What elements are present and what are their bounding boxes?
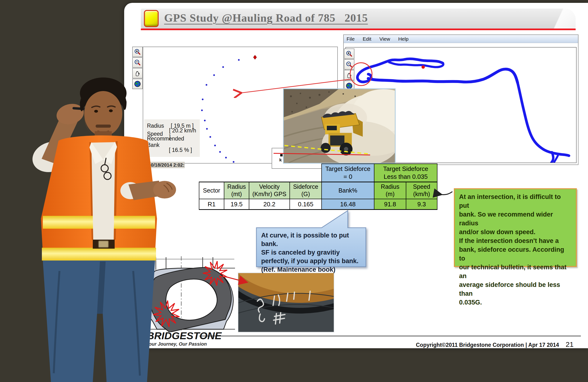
zoom-in-button[interactable] (344, 48, 355, 59)
red-position-dot (421, 65, 425, 69)
pan-hand-button[interactable] (344, 70, 355, 80)
zoom-out-icon (134, 59, 141, 66)
zoom-out-button[interactable] (344, 59, 355, 70)
curve-callout-text: At curve, it is possible to put bank. SF… (261, 231, 363, 274)
table-cell: 9.3 (406, 199, 437, 209)
table-column-header: Speed (km/h) (406, 182, 437, 199)
left-map-toolbar (132, 47, 143, 89)
menu-item-view[interactable]: View (379, 36, 390, 42)
menu-item-help[interactable]: Help (398, 36, 408, 42)
haul-truck-photo (283, 88, 396, 163)
table-top-header: Target Sideforce Less than 0.035 (374, 164, 437, 182)
pan-hand-button[interactable] (132, 68, 143, 79)
yellow-bullet-icon (144, 10, 159, 27)
tire-cross-section-diagram (144, 255, 237, 332)
globe-button[interactable] (132, 79, 143, 89)
presentation-stage: GPS Study @Hauling Road of 785 2015 Radi… (0, 0, 588, 382)
bridgestone-logo: BRIDGESTONE Your Journey, Our Passion (139, 330, 222, 347)
logo-tagline: Your Journey, Our Passion (146, 341, 222, 347)
page-title: GPS Study @Hauling Road of 785 2015 (164, 11, 368, 24)
table-cell: 91.8 (374, 199, 406, 209)
table-cell: R1 (199, 199, 224, 209)
tire-bead-photo (238, 273, 334, 332)
menu-bar: FileEditViewHelp (344, 35, 578, 43)
intersection-callout: At an intersection, it is difficult to p… (454, 188, 577, 267)
zoom-out-button[interactable] (132, 57, 143, 68)
status-bar-datetime: 10/18/2014 2:02:00 (147, 162, 185, 168)
table-column-header: Radius (mt) (224, 182, 249, 199)
info-radius-label: Radius (147, 123, 171, 129)
table-column-header: Sector (199, 182, 224, 199)
legend-swatch (280, 154, 283, 156)
pan-hand-icon (134, 70, 141, 77)
page-number: 21 (566, 341, 573, 348)
curve-info-box: Radius[ 19.5 m ] Speed[ 20.2 km/h ] Reco… (144, 119, 200, 157)
table-column-header: Bank% (322, 182, 374, 199)
table-cell: 19.5 (224, 199, 249, 209)
table-column-header: Sideforce (G) (290, 182, 322, 199)
tire-bead-illustration (238, 273, 334, 332)
legend-text-fragment: k (279, 157, 282, 162)
menu-item-file[interactable]: File (347, 36, 355, 42)
pan-hand-icon (346, 72, 353, 79)
footer-divider (199, 336, 581, 336)
footer-copyright: Copyright©2011 Bridgestone Corporation |… (357, 342, 559, 348)
banner-fold-decoration (514, 9, 576, 29)
sideforce-data-table: Target Sideforce = 0Target Sideforce Les… (199, 163, 438, 210)
info-bank-label: Recommended Bank (147, 136, 197, 148)
menu-item-edit[interactable]: Edit (363, 36, 371, 42)
table-top-header: Target Sideforce = 0 (322, 164, 374, 182)
table-column-header: Radius (m) (374, 182, 406, 199)
zoom-in-icon (134, 48, 141, 55)
table-column-header: Velocity (Km/hr) GPS (249, 182, 290, 199)
globe-icon (134, 80, 141, 87)
table-top-header (199, 164, 322, 182)
info-bank-value: [ 16.5 % ] (169, 147, 192, 153)
red-position-marker (253, 55, 257, 60)
zoom-out-icon (346, 61, 353, 68)
zoom-in-button[interactable] (132, 47, 143, 57)
zoom-in-icon (346, 50, 353, 57)
right-map-toolbar (344, 48, 355, 91)
title-red-rule (141, 29, 576, 30)
haul-truck-illustration (284, 89, 395, 163)
